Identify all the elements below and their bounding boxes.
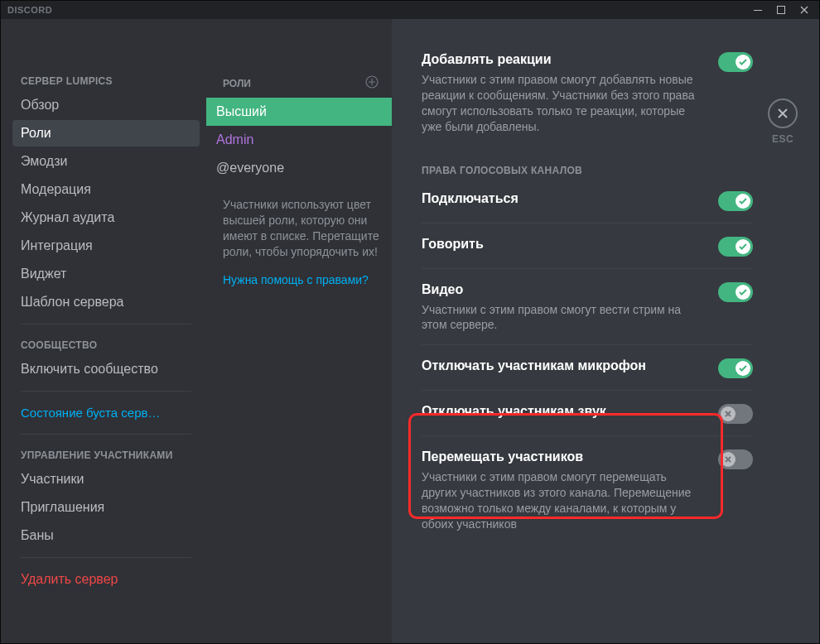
perm-deafen-members-toggle[interactable] — [718, 404, 753, 424]
roles-help-link[interactable]: Нужна помощь с правами? — [215, 260, 383, 286]
perm-connect-title: Подключаться — [422, 191, 519, 206]
sidebar-item-widget[interactable]: Виджет — [12, 261, 200, 287]
perm-mute-members-toggle[interactable] — [718, 358, 753, 378]
divider — [21, 324, 191, 324]
role-item-admin[interactable]: Admin — [206, 126, 392, 154]
roles-tip: Участники используют цвет высшей роли, к… — [215, 182, 383, 260]
settings-sidebar: СЕРВЕР LUMPICS Обзор Роли Эмодзи Модерац… — [1, 19, 206, 643]
sidebar-section-server: СЕРВЕР LUMPICS — [12, 69, 200, 92]
sidebar-item-audit-log[interactable]: Журнал аудита — [12, 204, 200, 231]
sidebar-item-template[interactable]: Шаблон сервера — [12, 289, 200, 315]
voice-perms-section: ПРАВА ГОЛОСОВЫХ КАНАЛОВ — [422, 165, 753, 176]
role-item-everyone[interactable]: @everyone — [206, 154, 392, 182]
perm-video-toggle[interactable] — [718, 282, 753, 302]
perm-add-reactions-desc: Участники с этим правом смогут добавлять… — [422, 72, 705, 135]
perm-speak-toggle[interactable] — [718, 237, 753, 257]
sidebar-item-overview[interactable]: Обзор — [12, 92, 200, 118]
close-label: ESC — [768, 133, 798, 145]
sidebar-section-user-mgmt: УПРАВЛЕНИЕ УЧАСТНИКАМИ — [12, 443, 200, 466]
svg-rect-0 — [754, 10, 762, 11]
sidebar-item-roles[interactable]: Роли — [12, 120, 200, 147]
divider — [21, 434, 191, 435]
add-role-button[interactable] — [365, 75, 379, 91]
divider — [422, 390, 753, 391]
divider — [21, 391, 191, 392]
sidebar-item-enable-community[interactable]: Включить сообщество — [12, 356, 200, 382]
perm-video-title: Видео — [422, 282, 705, 297]
perm-move-members-toggle[interactable] — [718, 449, 753, 469]
permissions-panel: Добавлять реакции Участники с этим право… — [392, 19, 819, 643]
close-settings: ESC — [768, 99, 798, 145]
divider — [422, 268, 753, 269]
perm-move-members-desc: Участники с этим правом смогут перемещат… — [422, 469, 705, 532]
sidebar-item-moderation[interactable]: Модерация — [12, 176, 200, 203]
perm-speak-title: Говорить — [422, 237, 484, 252]
perm-video-desc: Участники с этим правом смогут вести стр… — [422, 302, 705, 334]
divider — [21, 557, 191, 558]
sidebar-item-delete-server[interactable]: Удалить сервер — [12, 566, 200, 593]
sidebar-item-invites[interactable]: Приглашения — [12, 494, 200, 521]
perm-deafen-members-title: Отключать участникам звук — [422, 404, 606, 419]
divider — [422, 435, 753, 436]
close-button[interactable] — [768, 99, 798, 128]
divider — [422, 344, 753, 345]
svg-rect-1 — [778, 7, 785, 14]
perm-connect-toggle[interactable] — [718, 191, 753, 211]
app-brand: DISCORD — [7, 5, 52, 15]
perm-add-reactions-title: Добавлять реакции — [422, 52, 705, 67]
perm-mute-members-title: Отключать участникам микрофон — [422, 358, 646, 373]
perm-add-reactions-toggle[interactable] — [718, 52, 753, 72]
roles-header: РОЛИ — [223, 78, 251, 89]
sidebar-item-emoji[interactable]: Эмодзи — [12, 148, 200, 175]
divider — [422, 223, 753, 223]
perm-move-members-title: Перемещать участников — [422, 449, 705, 464]
window-close-button[interactable] — [793, 1, 816, 19]
sidebar-item-boost-status[interactable]: Состояние буста серв… — [12, 400, 200, 425]
roles-column: РОЛИ Высший Admin @everyone Участники ис… — [206, 19, 392, 643]
role-item-highest[interactable]: Высший — [206, 98, 392, 126]
sidebar-item-members[interactable]: Участники — [12, 466, 200, 493]
sidebar-item-bans[interactable]: Баны — [12, 522, 200, 549]
window-maximize-button[interactable] — [769, 1, 793, 19]
window-minimize-button[interactable] — [746, 1, 769, 19]
sidebar-section-community: СООБЩЕСТВО — [12, 333, 200, 356]
sidebar-item-integrations[interactable]: Интеграция — [12, 233, 200, 259]
